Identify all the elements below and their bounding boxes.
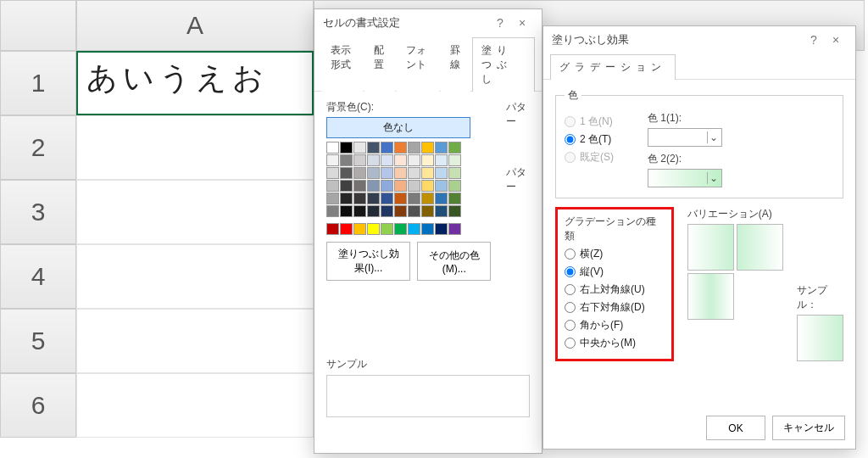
color-swatch[interactable] [421, 223, 434, 235]
row-header-5[interactable]: 5 [0, 309, 76, 373]
color-swatch[interactable] [340, 142, 353, 154]
color-swatch[interactable] [367, 193, 380, 204]
color-swatch[interactable] [381, 223, 393, 235]
color-swatch[interactable] [408, 223, 420, 235]
color-swatch[interactable] [448, 205, 461, 217]
color1-combo[interactable]: ⌄ [648, 128, 722, 147]
color2-combo[interactable]: ⌄ [648, 169, 722, 187]
row-header-4[interactable]: 4 [0, 244, 76, 309]
tab-number[interactable]: 表示形式 [321, 37, 363, 92]
color-swatch[interactable] [421, 167, 434, 179]
color-swatch[interactable] [353, 154, 366, 166]
color-swatch[interactable] [353, 142, 366, 154]
color-swatch[interactable] [448, 167, 461, 179]
color-swatch[interactable] [448, 142, 461, 154]
color-swatch[interactable] [448, 154, 461, 166]
color-swatch[interactable] [326, 205, 339, 217]
radio-diag-up[interactable]: 右上対角線(U) [565, 282, 665, 297]
ok-button[interactable]: OK [706, 416, 765, 440]
cell[interactable] [76, 309, 314, 373]
color-swatch[interactable] [381, 154, 393, 166]
color-swatch[interactable] [394, 154, 407, 166]
help-icon[interactable]: ? [489, 16, 511, 30]
radio-horizontal[interactable]: 横(Z) [565, 247, 665, 261]
color-swatch[interactable] [408, 154, 420, 166]
radio-vertical[interactable]: 縦(V) [565, 265, 665, 279]
variant-2[interactable] [737, 224, 783, 271]
close-icon[interactable]: × [825, 33, 847, 47]
color-swatch[interactable] [367, 167, 380, 179]
color-swatch[interactable] [421, 193, 434, 204]
color-swatch[interactable] [326, 142, 339, 154]
tab-gradient[interactable]: グラデーション [550, 54, 676, 80]
cell[interactable] [76, 244, 314, 309]
color-swatch[interactable] [326, 167, 339, 179]
cancel-button[interactable]: キャンセル [772, 416, 845, 440]
color-swatch[interactable] [353, 180, 366, 192]
color-swatch[interactable] [435, 223, 448, 235]
variant-1[interactable] [687, 224, 734, 271]
color-swatch[interactable] [421, 142, 434, 154]
color-swatch[interactable] [353, 167, 366, 179]
fill-effects-button[interactable]: 塗りつぶし効果(I)... [326, 242, 410, 281]
color-swatch[interactable] [381, 167, 393, 179]
help-icon[interactable]: ? [803, 33, 825, 47]
color-swatch[interactable] [367, 205, 380, 217]
color-swatch[interactable] [326, 193, 339, 204]
color-swatch[interactable] [340, 223, 353, 235]
other-colors-button[interactable]: その他の色(M)... [417, 242, 491, 281]
color-swatch[interactable] [435, 180, 448, 192]
cell-a1[interactable]: あいうえお [76, 51, 314, 115]
color-swatch[interactable] [448, 223, 461, 235]
radio-from-center[interactable]: 中央から(M) [565, 336, 665, 350]
radio-diag-down[interactable]: 右下対角線(D) [565, 300, 665, 315]
color-swatch[interactable] [353, 193, 366, 204]
color-swatch[interactable] [394, 205, 407, 217]
color-palette[interactable] [326, 142, 470, 235]
color-swatch[interactable] [394, 180, 407, 192]
row-header-1[interactable]: 1 [0, 51, 76, 115]
color-swatch[interactable] [381, 193, 393, 204]
color-swatch[interactable] [435, 193, 448, 204]
close-icon[interactable]: × [511, 16, 533, 30]
color-swatch[interactable] [448, 193, 461, 204]
variant-3[interactable] [687, 273, 734, 320]
tab-alignment[interactable]: 配置 [364, 37, 395, 92]
color-swatch[interactable] [435, 154, 448, 166]
color-swatch[interactable] [435, 205, 448, 217]
color-swatch[interactable] [435, 167, 448, 179]
color-swatch[interactable] [353, 205, 366, 217]
row-header-6[interactable]: 6 [0, 373, 76, 438]
color-swatch[interactable] [408, 193, 420, 204]
row-header-3[interactable]: 3 [0, 180, 76, 244]
color-swatch[interactable] [394, 193, 407, 204]
color-swatch[interactable] [421, 154, 434, 166]
color-swatch[interactable] [340, 154, 353, 166]
color-swatch[interactable] [381, 142, 393, 154]
color-swatch[interactable] [326, 223, 339, 235]
color-swatch[interactable] [367, 180, 380, 192]
color-swatch[interactable] [435, 142, 448, 154]
color-swatch[interactable] [448, 180, 461, 192]
color-swatch[interactable] [408, 180, 420, 192]
row-header-2[interactable]: 2 [0, 115, 76, 180]
color-swatch[interactable] [367, 223, 380, 235]
select-all-corner[interactable] [0, 0, 76, 51]
color-swatch[interactable] [367, 154, 380, 166]
color-swatch[interactable] [326, 154, 339, 166]
tab-font[interactable]: フォント [397, 37, 438, 92]
cell[interactable] [76, 180, 314, 244]
color-swatch[interactable] [408, 205, 420, 217]
color-swatch[interactable] [408, 142, 420, 154]
radio-from-corner[interactable]: 角から(F) [565, 318, 665, 332]
color-swatch[interactable] [340, 205, 353, 217]
radio-two-colors[interactable]: 2 色(T) [565, 132, 614, 147]
tab-fill[interactable]: 塗りつぶし [472, 37, 535, 92]
color-swatch[interactable] [421, 180, 434, 192]
color-swatch[interactable] [394, 223, 407, 235]
col-header-a[interactable]: A [76, 0, 314, 51]
color-swatch[interactable] [340, 180, 353, 192]
color-swatch[interactable] [381, 180, 393, 192]
cell[interactable] [76, 115, 314, 180]
color-swatch[interactable] [381, 205, 393, 217]
